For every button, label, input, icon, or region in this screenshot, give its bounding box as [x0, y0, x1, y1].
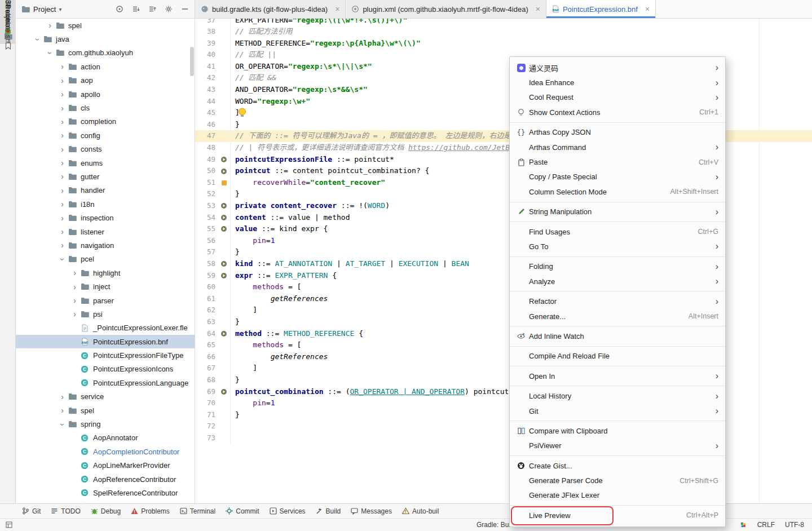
tree-scrollbar[interactable]	[190, 47, 194, 76]
tree-item-pcel[interactable]: ›pcel	[16, 253, 195, 266]
menu-item-analyze[interactable]: Analyze›	[510, 274, 725, 289]
menu-item-item[interactable]: 通义灵码›	[510, 60, 725, 75]
menu-item-local-history[interactable]: Local History›	[510, 388, 725, 403]
tree-item-apollo[interactable]: ›apollo	[16, 87, 195, 101]
tree-item-service[interactable]: ›service	[16, 390, 195, 404]
tree-item-pointcutexpressionlanguage[interactable]: CPointcutExpressionLanguage	[16, 376, 195, 390]
expand-arrow-icon[interactable]: ›	[58, 214, 67, 223]
expand-arrow-icon[interactable]: ›	[58, 227, 67, 236]
expand-arrow-icon[interactable]: ›	[58, 62, 67, 71]
expand-arrow-icon[interactable]: ›	[58, 200, 67, 209]
tree-item-java[interactable]: ›java	[16, 32, 195, 46]
collapse-arrow-icon[interactable]: ›	[58, 254, 67, 264]
code-line-37[interactable]: 37EXPR_PATTERN="regexp:\([\w*!+.\s()]+\)…	[195, 19, 812, 26]
tree-item-aop[interactable]: ›aop	[16, 74, 195, 87]
expand-arrow-icon[interactable]: ›	[58, 158, 67, 167]
tree-item-pointcutexpressionicons[interactable]: CPointcutExpressionIcons	[16, 362, 195, 376]
rulemark-icon[interactable]	[221, 331, 227, 337]
expand-arrow-icon[interactable]: ›	[58, 90, 67, 99]
project-panel-title[interactable]: Project	[33, 5, 56, 14]
rulemark-icon[interactable]	[221, 226, 227, 232]
tree-item-config[interactable]: ›config	[16, 129, 195, 142]
expand-arrow-icon[interactable]: ›	[58, 406, 67, 415]
menu-item-show-context-actions[interactable]: Show Context ActionsCtrl+1	[510, 105, 725, 120]
tree-item-spel[interactable]: ›spel	[16, 19, 195, 32]
expand-arrow-icon[interactable]: ›	[58, 392, 67, 401]
tool-windows-toggle-icon[interactable]	[0, 521, 12, 528]
rulemark-icon[interactable]	[221, 203, 227, 209]
menu-item-string-manipulation[interactable]: String Manipulation›	[510, 205, 725, 219]
menu-item-open-in[interactable]: Open In›	[510, 369, 725, 383]
tree-item-spelreferencecontributor[interactable]: CSpelReferenceContributor	[16, 486, 195, 499]
tree-item-spel[interactable]: ›spel	[16, 404, 195, 417]
toolbar-button-services[interactable]: Services	[264, 504, 311, 518]
status-message[interactable]: Gradle: Buil	[476, 521, 512, 529]
menu-item-create-gist[interactable]: Create Gist...	[510, 458, 725, 473]
rulemark-icon[interactable]	[221, 215, 227, 220]
expand-arrow-icon[interactable]: ›	[70, 268, 80, 277]
tree-item-navigation[interactable]: ›navigation	[16, 238, 195, 252]
encoding-indicator[interactable]: UTF-8	[785, 521, 804, 529]
line-ending-indicator[interactable]: CRLF	[757, 521, 775, 529]
locate-button[interactable]	[116, 5, 123, 13]
close-icon[interactable]: ×	[536, 5, 540, 14]
tree-item-cls[interactable]: ›cls	[16, 101, 195, 114]
rulemark-icon[interactable]	[221, 389, 227, 395]
tree-item-inspection[interactable]: ›inspection	[16, 211, 195, 224]
tree-item-aopreferencecontributor[interactable]: CAopReferenceContributor	[16, 472, 195, 486]
tree-item-i18n[interactable]: ›i18n	[16, 197, 195, 211]
expand-arrow-icon[interactable]: ›	[70, 282, 80, 291]
menu-item-arthas-command[interactable]: Arthas Command›	[510, 140, 725, 154]
tree-item-highlight[interactable]: ›highlight	[16, 266, 195, 280]
menu-item-generate[interactable]: Generate...Alt+Insert	[510, 309, 725, 324]
menu-item-arthas-copy-json[interactable]: {}Arthas Copy JSON	[510, 125, 725, 140]
code-line-39[interactable]: 39METHOD_REFERENCE="regexp:\p{Alpha}\w*\…	[195, 38, 812, 50]
menu-item-go-to[interactable]: Go To›	[510, 239, 725, 254]
tree-item-aoplinemarkerprovider[interactable]: CAopLineMarkerProvider	[16, 459, 195, 472]
tree-item-psi[interactable]: ›psi	[16, 307, 195, 321]
tree-item-parser[interactable]: ›parser	[16, 294, 195, 307]
toolbar-button-messages[interactable]: Messages	[346, 504, 397, 518]
collapse-all-button[interactable]	[148, 5, 156, 13]
tree-item-inject[interactable]: ›inject	[16, 280, 195, 293]
tree-item-enums[interactable]: ›enums	[16, 156, 195, 170]
menu-item-generate-jflex-lexer[interactable]: Generate JFlex Lexer	[510, 488, 725, 503]
tree-item-pointcutexpressionlexer-fle[interactable]: _PointcutExpressionLexer.fle	[16, 321, 195, 335]
toolbar-button-commit[interactable]: Commit	[220, 504, 264, 518]
menu-item-generate-parser-code[interactable]: Generate Parser CodeCtrl+Shift+G	[510, 473, 725, 488]
tree-item-completion[interactable]: ›completion	[16, 115, 195, 129]
collapse-arrow-icon[interactable]: ›	[33, 34, 42, 44]
tool-window-button-structure[interactable]: Structure	[0, 0, 16, 43]
tree-item-aopannotator[interactable]: CAopAnnotator	[16, 431, 195, 445]
menu-item-folding[interactable]: Folding›	[510, 259, 725, 274]
menu-item-git[interactable]: Git›	[510, 404, 725, 418]
rulemark-icon[interactable]	[221, 273, 227, 278]
expand-arrow-icon[interactable]: ›	[58, 104, 67, 113]
expand-arrow-icon[interactable]: ›	[45, 21, 55, 30]
rulemark-icon[interactable]	[221, 261, 227, 267]
toolbar-button-problems[interactable]: Problems	[126, 504, 175, 518]
collapse-arrow-icon[interactable]: ›	[46, 48, 55, 57]
hide-button[interactable]	[181, 5, 189, 13]
tree-item-com-github-xiaolyuh[interactable]: ›com.github.xiaolyuh	[16, 46, 195, 60]
chevron-down-icon[interactable]: ▾	[59, 6, 61, 12]
menu-item-compile-and-reload-file[interactable]: Compile And Reload File	[510, 349, 725, 364]
intention-bulb-icon[interactable]	[238, 108, 246, 117]
menu-item-column-selection-mode[interactable]: Column Selection ModeAlt+Shift+Insert	[510, 184, 725, 199]
expand-arrow-icon[interactable]: ›	[58, 172, 67, 181]
menu-item-find-usages[interactable]: Find UsagesCtrl+G	[510, 224, 725, 239]
menu-item-refactor[interactable]: Refactor›	[510, 294, 725, 308]
toolbar-button-build[interactable]: Build	[311, 504, 346, 518]
toolbar-button-auto-buil[interactable]: Auto-buil	[397, 504, 444, 518]
close-icon[interactable]: ×	[335, 5, 339, 14]
expand-arrow-icon[interactable]: ›	[58, 145, 67, 154]
editor-tab-pointcutexpression-bnf[interactable]: BNFPointcutExpression.bnf×	[546, 0, 656, 18]
tree-item-action[interactable]: ›action	[16, 60, 195, 73]
tree-item-aopcompletioncontributor[interactable]: CAopCompletionContributor	[16, 445, 195, 458]
collapse-arrow-icon[interactable]: ›	[58, 419, 67, 429]
editor-tab-plugin-xml[interactable]: plugin.xml (com.github.xiaolyuh.mrtf-git…	[346, 0, 546, 18]
toolbar-button-debug[interactable]: Debug	[86, 504, 126, 518]
rulemark-icon[interactable]	[221, 157, 227, 162]
close-icon[interactable]: ×	[645, 5, 650, 14]
settings-button[interactable]	[165, 5, 173, 13]
